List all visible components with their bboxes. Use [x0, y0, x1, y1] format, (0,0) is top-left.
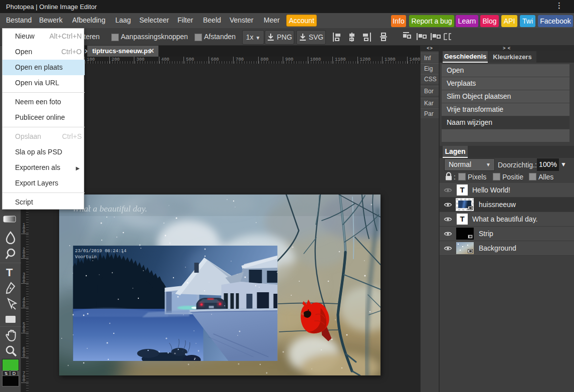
svg-text:23/01/2019 08:24:14: 23/01/2019 08:24:14 — [75, 249, 127, 254]
svg-text:Voortuin: Voortuin — [75, 255, 97, 260]
